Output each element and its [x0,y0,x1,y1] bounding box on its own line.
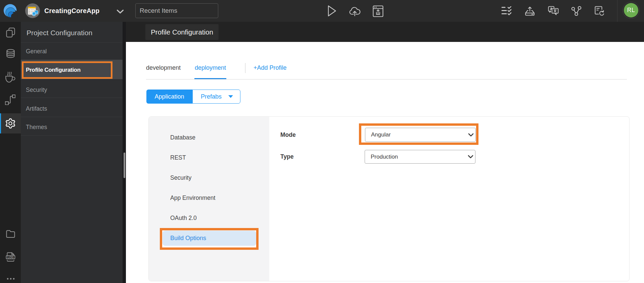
svg-text:LOG: LOG [7,256,14,259]
